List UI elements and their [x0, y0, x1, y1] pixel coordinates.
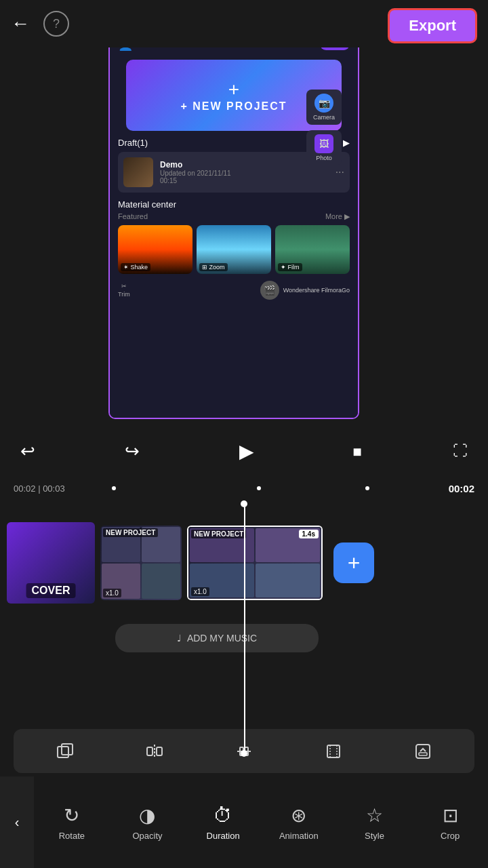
help-button[interactable]: ? — [43, 11, 69, 37]
enhance-button[interactable] — [406, 734, 440, 768]
style-icon: ☆ — [366, 804, 383, 827]
phone-body: 👤 PRO + + NEW PROJECT 📷 Camera 🖼 Photo — [110, 31, 358, 418]
featured-label: Featured — [118, 212, 148, 221]
camera-icon: 📷 — [314, 94, 333, 113]
nav-item-rotate[interactable]: ↻ Rotate — [45, 804, 99, 841]
brand-icon: 🎬 — [260, 281, 279, 300]
nav-back-button[interactable]: ‹ — [0, 776, 34, 868]
timeline-area: 00:02 | 00:03 00:02 — [0, 475, 488, 502]
clip-label-2: NEW PROJECT — [191, 530, 246, 538]
featured-item-film[interactable]: ✦ Film — [275, 225, 350, 274]
svg-rect-0 — [58, 747, 68, 757]
play-button[interactable]: ▶ — [230, 434, 264, 468]
side-buttons: 📷 Camera 🖼 Photo — [306, 90, 342, 165]
opacity-label: Opacity — [132, 831, 162, 841]
clip-duration-badge: 1.4s — [299, 530, 319, 538]
playhead-line — [244, 502, 245, 753]
crop-button[interactable] — [317, 734, 350, 768]
svg-rect-8 — [327, 745, 340, 757]
timeline-marker-current — [257, 486, 261, 490]
back-button[interactable]: ← — [11, 13, 30, 35]
featured-grid: ✶ Shake ⊞ Zoom ✦ Film — [118, 225, 350, 274]
current-time: 00:02 — [449, 483, 474, 494]
split-button[interactable] — [138, 734, 171, 768]
svg-rect-3 — [157, 747, 162, 755]
cover-label: COVER — [26, 583, 76, 598]
animation-icon: ⊛ — [291, 804, 306, 827]
featured-item-shake[interactable]: ✶ Shake — [118, 225, 192, 274]
material-section: Material center Featured More ▶ ✶ Shake … — [110, 197, 358, 277]
draft-thumbnail — [123, 157, 153, 187]
export-button[interactable]: Export — [388, 8, 477, 43]
duplicate-button[interactable] — [48, 734, 82, 768]
nav-item-duration[interactable]: ⏱ Duration — [196, 804, 250, 841]
clip-item-2[interactable]: NEW PROJECT 1.4s x1.0 — [187, 526, 323, 600]
svg-rect-11 — [416, 745, 430, 758]
crop-label: Crop — [441, 831, 460, 841]
draft-options[interactable]: ··· — [336, 166, 344, 178]
draft-info: Demo Updated on 2021/11/11 00:15 — [160, 160, 329, 184]
photo-label: Photo — [316, 155, 332, 161]
fullscreen-button[interactable]: ⛶ — [453, 442, 468, 460]
photo-icon: 🖼 — [314, 134, 333, 153]
nav-items: ↻ Rotate ◑ Opacity ⏱ Duration ⊛ Animatio… — [34, 797, 488, 848]
draft-date: Updated on 2021/11/11 — [160, 170, 329, 177]
playhead-bottom-dot — [241, 750, 247, 757]
rotate-icon: ↻ — [64, 804, 79, 827]
bottom-nav: ‹ ↻ Rotate ◑ Opacity ⏱ Duration ⊛ Animat… — [0, 776, 488, 868]
nav-item-style[interactable]: ☆ Style — [347, 804, 401, 841]
clip-item-1[interactable]: NEW PROJECT x1.0 — [100, 526, 182, 600]
camera-button[interactable]: 📷 Camera — [306, 90, 342, 125]
nav-item-crop[interactable]: ⊡ Crop — [423, 804, 477, 841]
featured-header: Featured More ▶ — [118, 212, 350, 221]
trim-label: Trim — [118, 291, 130, 298]
keyframe-button[interactable]: ◆ — [348, 441, 367, 460]
music-icon: ♩ — [177, 633, 182, 644]
svg-rect-1 — [62, 744, 73, 755]
photo-button[interactable]: 🖼 Photo — [306, 130, 342, 165]
phone-preview: 👤 🔋 30% 03:36 👤 PRO + + NEW PROJECT 📷 Ca… — [108, 12, 359, 419]
featured-more[interactable]: More ▶ — [325, 212, 350, 221]
duration-icon: ⏱ — [214, 804, 232, 827]
trim-button[interactable]: ✂ Trim — [118, 283, 130, 298]
nav-item-animation[interactable]: ⊛ Animation — [272, 804, 326, 841]
duration-label: Duration — [207, 831, 240, 841]
timeline-bar[interactable] — [76, 478, 438, 498]
time-position: 00:02 | 00:03 — [14, 484, 65, 494]
phone-bottom-bar: ✂ Trim 🎬 Wondershare FilmoraGo — [110, 277, 358, 304]
new-project-label: + NEW PROJECT — [180, 100, 287, 113]
draft-name: Demo — [160, 160, 329, 170]
clip-label-1: NEW PROJECT — [103, 528, 158, 537]
draft-duration: 00:15 — [160, 177, 329, 184]
undo-button[interactable]: ↩ — [20, 441, 35, 462]
shake-label: ✶ Shake — [121, 263, 150, 271]
camera-label: Camera — [313, 114, 335, 121]
rotate-label: Rotate — [59, 831, 85, 841]
svg-rect-2 — [147, 747, 152, 755]
cover-clip[interactable]: COVER — [7, 522, 95, 604]
zoom-label: ⊞ Zoom — [199, 263, 228, 271]
clip-speed-1: x1.0 — [103, 589, 121, 597]
redo-button[interactable]: ↪ — [125, 441, 140, 462]
style-label: Style — [365, 831, 384, 841]
brand-label: Wondershare FilmoraGo — [283, 287, 350, 294]
animation-label: Animation — [279, 831, 319, 841]
music-track[interactable]: ♩ ADD MY MUSIC — [115, 624, 319, 652]
svg-rect-12 — [419, 753, 427, 755]
playhead-top-dot — [241, 500, 247, 507]
timeline-marker-end — [365, 486, 369, 490]
trim-icon: ✂ — [121, 283, 127, 290]
plus-icon: + — [228, 79, 239, 100]
film-label: ✦ Film — [278, 263, 302, 271]
nav-item-opacity[interactable]: ◑ Opacity — [120, 804, 174, 841]
featured-item-zoom[interactable]: ⊞ Zoom — [197, 225, 271, 274]
draft-title: Draft(1) — [118, 138, 148, 148]
material-title: Material center — [118, 199, 350, 210]
music-label: ADD MY MUSIC — [187, 633, 257, 644]
opacity-icon: ◑ — [139, 804, 155, 827]
clip-speed-2: x1.0 — [191, 587, 209, 596]
crop-icon: ⊡ — [443, 804, 458, 827]
clip-cell — [142, 564, 180, 599]
add-clip-button[interactable]: + — [333, 542, 374, 583]
playback-controls: ↩ ↪ ▶ ◆ ⛶ — [0, 427, 488, 475]
